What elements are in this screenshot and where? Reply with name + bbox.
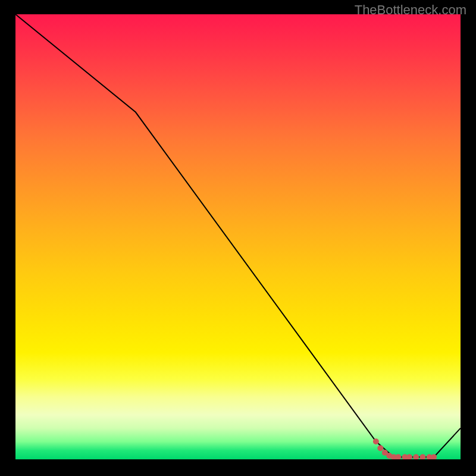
line-path (15, 14, 461, 457)
chart-area (15, 14, 461, 459)
chart-svg (15, 14, 461, 459)
marker-point (406, 454, 412, 459)
marker-point (395, 454, 401, 459)
watermark-text: TheBottleneck.com (355, 2, 466, 18)
marker-series (373, 439, 437, 459)
line-series (15, 14, 461, 457)
marker-point (413, 454, 419, 459)
marker-point (419, 454, 425, 459)
marker-point (373, 439, 379, 444)
marker-point (377, 445, 383, 451)
